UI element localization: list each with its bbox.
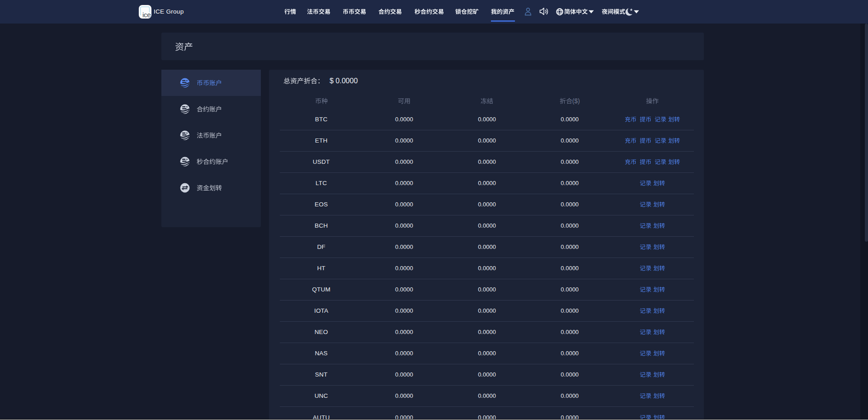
- svg-text:ice: ice: [142, 11, 151, 19]
